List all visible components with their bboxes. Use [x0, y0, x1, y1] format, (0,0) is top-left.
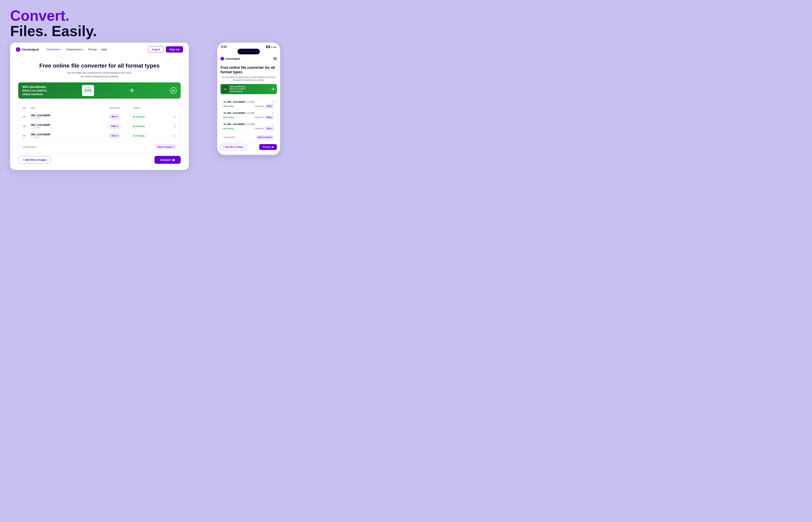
mobile-file-table: #1. IMG_1234.WEBP (1.13 MB) 🗑 Pending Co… [220, 97, 277, 141]
table-row: #2 IMG_1234.WEBP 1.13 MB PNG ▾ Pending 🗑 [22, 122, 177, 131]
mobile-nav: ✦ Convertjack [217, 56, 280, 63]
converters-chevron-icon: ▾ [60, 48, 61, 51]
row-2-status: Pending [133, 125, 166, 127]
mobile-content: Free online file converter for all forma… [217, 63, 280, 141]
brand-name: Convertjack [21, 48, 39, 51]
add-more-images-button[interactable]: + Add More Images [18, 156, 51, 164]
page-subtext: Our tool offers file conversion for all … [18, 71, 181, 78]
nav-compressors[interactable]: Compressors ▾ [66, 48, 83, 51]
mobile-action-bar: + Add More Images Convert ▶ [217, 141, 280, 150]
mobile-ad-banner: QB With QuickBooks,there's no need tocha… [220, 84, 277, 94]
table-row: #1 IMG_1234.WEBP 1.13 MB JPG ▾ Pending 🗑 [22, 112, 177, 122]
wifi-icon: ▲ [271, 45, 273, 48]
row-1-status: Pending [133, 116, 166, 118]
row-3-file-info: IMG_1234.WEBP 1.13 MB [31, 133, 109, 138]
mobile-page-subtext: Our tool offers file conversion for all … [220, 76, 277, 82]
row-1-format-select[interactable]: JPG ▾ [109, 115, 133, 119]
desktop-nav: ✦ Convertjack Converters ▾ Compressors ▾… [10, 43, 189, 56]
convert-all-label: Convert all to [23, 146, 36, 148]
status-dot-icon [133, 116, 135, 118]
desktop-action-bar: + Add More Images Convert ▶ [18, 153, 181, 164]
convert-button[interactable]: Convert ▶ [155, 156, 181, 164]
mobile-ad-book-icon: QB [222, 85, 228, 93]
paper-plane-icon: ✈ [129, 87, 135, 94]
mobile-row-3-delete-button[interactable]: 🗑 [272, 123, 274, 126]
page-heading: Free online file converter for all forma… [18, 62, 181, 69]
header-file: File [31, 106, 109, 109]
table-header: No. File Convert to Status [22, 106, 177, 111]
mobile-format-chevron-icon: ▾ [271, 127, 272, 130]
nav-buttons: Log In Sign Up [148, 46, 183, 53]
format-chevron-icon: ▾ [117, 135, 118, 137]
table-row: #3 IMG_1234.WEBP 1.13 MB SVG ▾ Pending 🗑 [22, 131, 177, 141]
nav-pricing[interactable]: Pricing [88, 48, 96, 51]
mobile-paper-plane-icon: ✈ [272, 87, 275, 92]
nav-help[interactable]: Help [101, 48, 107, 51]
mobile-select-chevron-icon: ▾ [271, 136, 272, 138]
mobile-row-3-format-button[interactable]: SVG ▾ [265, 127, 274, 130]
phone-status-icons: ▐▐▐ ▲ ▬ [265, 45, 276, 48]
mobile-status-dot-icon [223, 128, 225, 129]
battery-icon: ▬ [274, 45, 276, 48]
mobile-page-heading: Free online file converter for all forma… [220, 65, 277, 74]
mobile-card: 9:41 ▐▐▐ ▲ ▬ ✦ Convertjack Free online f… [217, 43, 280, 155]
hero-title-purple: Convert. [10, 8, 97, 23]
nav-converters[interactable]: Converters ▾ [46, 48, 61, 51]
format-chevron-icon: ▾ [117, 125, 118, 128]
row-2-format-select[interactable]: PNG ▾ [109, 124, 133, 129]
row-1-file-info: IMG_1234.WEBP 1.13 MB [31, 114, 109, 119]
mobile-convert-all-label: Convert all to [223, 136, 236, 138]
mobile-table-row: #1. IMG_1234.WEBP (1.13 MB) 🗑 Pending Co… [223, 99, 275, 110]
dynamic-island [238, 49, 260, 54]
mobile-brand[interactable]: ✦ Convertjack [220, 57, 240, 60]
mobile-row-1-format-button[interactable]: JPG ▾ [265, 104, 274, 108]
mobile-format-chevron-icon: ▾ [271, 105, 272, 107]
login-button[interactable]: Log In [148, 46, 164, 53]
mobile-table-row: #3. IMG_1234.WEBP (1.13 MB) 🗑 Pending Co… [223, 121, 275, 132]
ad-banner: With QuickBooks,there's no need tochase … [18, 82, 181, 99]
signup-button[interactable]: Sign Up [166, 46, 183, 53]
desktop-content: Free online file converter for all forma… [10, 56, 189, 170]
file-table-container: No. File Convert to Status #1 IMG_1234.W… [18, 103, 181, 153]
desktop-card: ✦ Convertjack Converters ▾ Compressors ▾… [10, 43, 189, 170]
compressors-chevron-icon: ▾ [82, 48, 83, 51]
select-format-chevron-icon: ▾ [173, 145, 174, 148]
convert-arrow-icon: ▶ [173, 158, 175, 162]
mobile-row-2-delete-button[interactable]: 🗑 [272, 112, 274, 115]
row-3-num: #3 [23, 134, 31, 137]
row-2-file-info: IMG_1234.WEBP 1.13 MB [31, 124, 109, 129]
mobile-row-2-format-button[interactable]: PNG ▾ [265, 116, 274, 119]
header-convert-to: Convert to [109, 106, 133, 109]
row-1-num: #1 [23, 115, 31, 118]
format-chevron-icon: ▾ [117, 116, 118, 118]
mobile-table-footer: Convert all to Select format ▾ [223, 134, 275, 139]
row-3-format-select[interactable]: SVG ▾ [109, 134, 133, 138]
hamburger-menu-button[interactable] [273, 57, 277, 60]
brand-logo[interactable]: ✦ Convertjack [16, 47, 40, 52]
mobile-select-format-button[interactable]: Select format ▾ [256, 135, 274, 139]
header-status: Status [133, 106, 166, 109]
table-footer: Convert all to Select format ▾ [22, 142, 177, 149]
status-dot-icon [133, 126, 135, 127]
header-actions [166, 106, 176, 109]
status-dot-icon [133, 135, 135, 137]
ad-text: With QuickBooks,there's no need tochase … [22, 85, 47, 96]
row-3-delete-button[interactable]: 🗑 [166, 134, 176, 137]
mobile-status-dot-icon [223, 117, 225, 118]
mobile-format-chevron-icon: ▾ [271, 116, 272, 119]
mobile-row-1-delete-button[interactable]: 🗑 [272, 100, 274, 103]
nav-links: Converters ▾ Compressors ▾ Pricing Help [46, 48, 142, 51]
mobile-add-more-images-button[interactable]: + Add More Images [220, 144, 246, 150]
signal-icon: ▐▐▐ [265, 45, 270, 48]
brand-icon: ✦ [16, 47, 20, 52]
mobile-convert-arrow-icon: ▶ [272, 146, 274, 148]
row-3-status: Pending [133, 135, 166, 137]
mobile-table-row: #2. IMG_1234.WEBP (1.13 MB) 🗑 Pending Co… [223, 110, 275, 121]
row-1-delete-button[interactable]: 🗑 [166, 115, 176, 118]
mobile-ad-text: With QuickBooks,there's no need tochase … [230, 86, 245, 93]
hero-title-dark: Files. Easily. [10, 23, 97, 39]
mobile-convert-button[interactable]: Convert ▶ [259, 144, 277, 150]
select-format-button[interactable]: Select format ▾ [155, 144, 176, 149]
mobile-brand-icon: ✦ [220, 57, 224, 60]
row-2-delete-button[interactable]: 🗑 [166, 125, 176, 128]
